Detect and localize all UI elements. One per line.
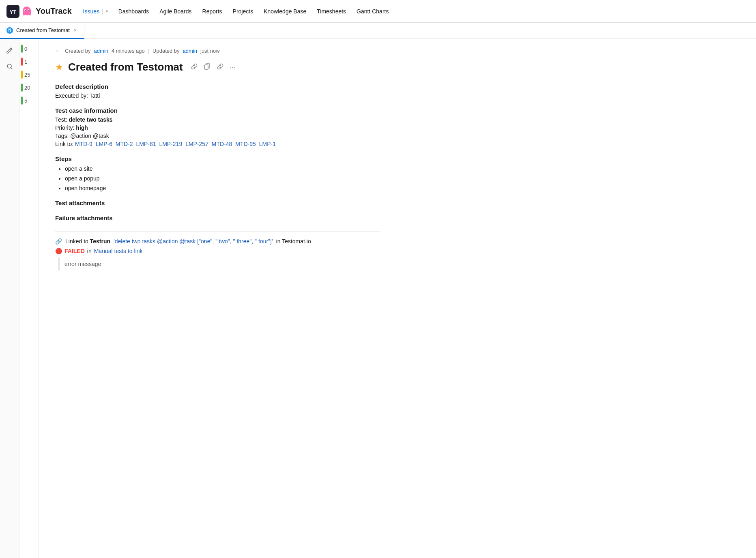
test-case-heading: Test case information (55, 107, 380, 114)
failed-row: 🔴 FAILED in Manual tests to link (55, 248, 380, 254)
priority-label: Priority: (55, 124, 76, 131)
links-row: Link to: MTD-9 LMP-6 MTD-2 LMP-81 LMP-21… (55, 141, 380, 147)
error-message: error message (64, 261, 101, 267)
link-lmp1[interactable]: LMP-1 (259, 141, 276, 147)
logo[interactable]: YT YouTrack (6, 5, 72, 18)
linked-section: 🔗 Linked to Testrun 'delete two tasks @a… (55, 231, 380, 270)
linked-testrun-row: 🔗 Linked to Testrun 'delete two tasks @a… (55, 238, 380, 245)
red-circle-icon: 🔴 (55, 248, 62, 254)
link-mtd2[interactable]: MTD-2 (116, 141, 133, 147)
steps-heading: Steps (55, 155, 380, 162)
priority-info: Priority: high (55, 124, 380, 131)
link-mtd48[interactable]: MTD-48 (212, 141, 232, 147)
error-block: error message (58, 258, 380, 270)
title-actions: ··· (189, 62, 237, 73)
top-nav: YT YouTrack Issues | ▾ (0, 0, 756, 23)
tab-close-button[interactable]: × (73, 27, 77, 34)
priority-value: high (76, 124, 88, 131)
issues-dropdown-arrow[interactable]: ▾ (106, 9, 108, 13)
link-label: Link to: (55, 141, 75, 147)
nav-item-issues[interactable]: Issues | ▾ (78, 6, 113, 17)
sidebar-icons (0, 39, 19, 558)
failed-link[interactable]: Manual tests to link (94, 248, 143, 254)
more-actions-icon[interactable]: ··· (228, 62, 237, 73)
updated-by-label: Updated by (152, 48, 180, 54)
link-icon-1[interactable] (189, 62, 199, 73)
nav-item-gantt-charts[interactable]: Gantt Charts (352, 6, 393, 17)
failure-attachments-heading: Failure attachments (55, 215, 380, 221)
link-mtd9[interactable]: MTD-9 (75, 141, 92, 147)
test-info: Test: delete two tasks (55, 116, 380, 123)
tab-created-from-testomat[interactable]: N Created from Testomat × (0, 23, 84, 39)
created-by-label: Created by (65, 48, 91, 54)
svg-point-6 (25, 10, 26, 11)
step-2: open a popup (65, 175, 380, 182)
external-link-icon[interactable] (215, 62, 225, 73)
link-lmp6[interactable]: LMP-6 (96, 141, 112, 147)
test-label: Test: (55, 116, 69, 123)
tags-value: @action @task (70, 133, 109, 139)
nav-items: Issues | ▾ Dashboards Agile Boards Repor… (78, 6, 394, 17)
nav-item-knowledge-base[interactable]: Knowledge Base (259, 6, 311, 17)
tab-badge: N (6, 27, 13, 34)
step-3: open homepage (65, 185, 380, 191)
steps-list: open a site open a popup open homepage (65, 165, 380, 191)
link-lmp257[interactable]: LMP-257 (185, 141, 208, 147)
defect-description-heading: Defect description (55, 83, 380, 90)
nav-item-dashboards[interactable]: Dashboards (114, 6, 154, 17)
svg-rect-10 (204, 65, 208, 69)
linked-testrun-link[interactable]: 'delete two tasks @action @task ["one", … (114, 238, 273, 245)
left-panel-item-20[interactable]: 20 (19, 81, 39, 94)
nav-item-reports[interactable]: Reports (198, 6, 227, 17)
nav-item-timesheets[interactable]: Timesheets (312, 6, 351, 17)
left-panel-item-25[interactable]: 25 (19, 68, 39, 81)
link-chain-icon: 🔗 (55, 238, 62, 245)
linked-prefix: Linked to Testrun (65, 238, 110, 245)
step-1: open a site (65, 165, 380, 172)
back-arrow-icon[interactable]: ← (55, 47, 62, 54)
failed-badge: FAILED (64, 248, 85, 254)
edit-icon-btn[interactable] (3, 44, 16, 57)
left-panel: 0 1 25 20 5 (19, 39, 39, 558)
left-panel-item-5[interactable]: 5 (19, 94, 39, 107)
updated-time: just now (200, 48, 220, 54)
updated-by-user[interactable]: admin (183, 48, 197, 54)
created-time: 4 minutes ago (112, 48, 145, 54)
failed-in-label: in (87, 248, 92, 254)
copy-link-icon[interactable] (202, 62, 212, 73)
main-layout: 0 1 25 20 5 ← Created by admin 4 minutes… (0, 39, 756, 558)
tags-info: Tags: @action @task (55, 133, 380, 139)
tags-label: Tags: (55, 133, 70, 139)
issue-body: Defect description Executed by: Tatti Te… (55, 83, 380, 270)
link-mtd95[interactable]: MTD-95 (235, 141, 256, 147)
tab-bar: N Created from Testomat × (0, 23, 756, 39)
tab-label: Created from Testomat (16, 27, 70, 33)
created-by-user[interactable]: admin (94, 48, 108, 54)
test-value: delete two tasks (69, 116, 112, 123)
test-attachments-heading: Test attachments (55, 200, 380, 206)
executed-by-text: Executed by: Tatti (55, 92, 380, 99)
svg-point-7 (28, 10, 29, 11)
nav-item-agile-boards[interactable]: Agile Boards (155, 6, 196, 17)
issue-title: Created from Testomat (68, 61, 183, 73)
linked-suffix: in Testomat.io (276, 238, 311, 245)
meta-bar: ← Created by admin 4 minutes ago | Updat… (55, 47, 740, 54)
nav-item-projects[interactable]: Projects (228, 6, 258, 17)
svg-rect-3 (23, 11, 31, 15)
link-lmp219[interactable]: LMP-219 (159, 141, 182, 147)
left-panel-item-1[interactable]: 1 (19, 55, 39, 68)
search-icon-btn[interactable] (3, 60, 16, 73)
issue-title-row: ★ Created from Testomat (55, 61, 740, 73)
svg-text:YT: YT (10, 9, 17, 15)
content-area: ← Created by admin 4 minutes ago | Updat… (39, 39, 756, 558)
logo-text: YouTrack (36, 6, 72, 16)
left-panel-item-0[interactable]: 0 (19, 42, 39, 55)
link-lmp81[interactable]: LMP-81 (136, 141, 156, 147)
star-icon[interactable]: ★ (55, 62, 63, 73)
